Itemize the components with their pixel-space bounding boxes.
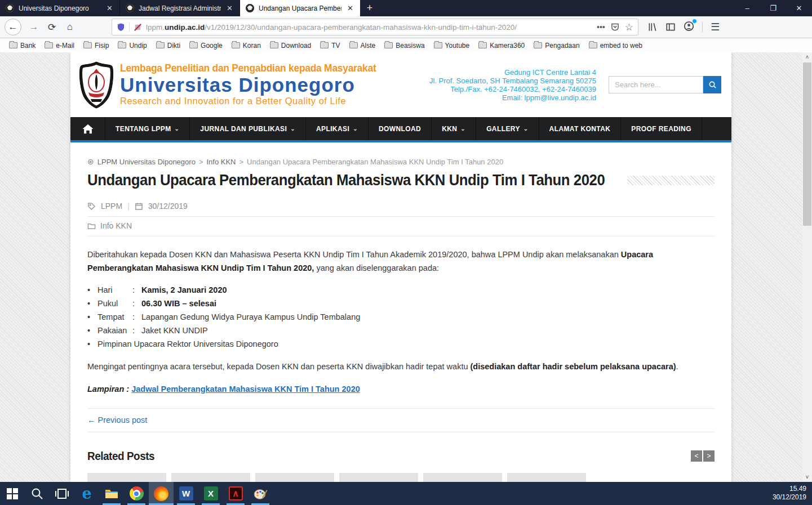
post-meta: LPPM | 30/12/2019 bbox=[87, 202, 715, 217]
folder-icon bbox=[589, 42, 597, 48]
bookmark-fisip[interactable]: Fisip bbox=[80, 41, 112, 51]
tab-close-icon[interactable]: ✕ bbox=[225, 4, 234, 12]
sidebar-icon[interactable] bbox=[665, 22, 676, 32]
bookmark-bank[interactable]: Bank bbox=[6, 41, 39, 51]
nav-item-proof-reading[interactable]: PROOF READING bbox=[621, 117, 702, 140]
bookmark-star-icon[interactable]: ☆ bbox=[625, 21, 633, 33]
file-explorer-icon[interactable] bbox=[99, 482, 124, 505]
bookmark-pengadaan[interactable]: Pengadaan bbox=[530, 41, 583, 51]
attachment-label: Lampiran : bbox=[87, 385, 129, 394]
url-text[interactable]: lppm.undip.ac.id/v1/2019/12/30/undangan-… bbox=[146, 23, 593, 32]
related-next-button[interactable]: > bbox=[703, 450, 715, 462]
tab-close-icon[interactable]: ✕ bbox=[105, 4, 114, 12]
library-icon[interactable] bbox=[647, 22, 658, 32]
reload-button[interactable]: ⟳ bbox=[43, 18, 61, 36]
scroll-down-arrow[interactable]: ˅ bbox=[806, 472, 809, 482]
previous-post-link[interactable]: ← Previous post bbox=[87, 415, 147, 424]
event-detail-item: •Hari:Kamis, 2 Januari 2020 bbox=[87, 283, 715, 297]
post-category-link[interactable]: Info KKN bbox=[100, 221, 132, 230]
firefox-icon[interactable] bbox=[149, 482, 174, 505]
nav-item-aplikasi[interactable]: APLIKASI⌄ bbox=[306, 117, 369, 140]
taskbar-clock[interactable]: 15.49 30/12/2019 bbox=[773, 482, 812, 505]
related-post-thumbnail[interactable] bbox=[87, 473, 166, 482]
folder-icon bbox=[118, 42, 126, 48]
edge-icon[interactable]: e bbox=[74, 482, 99, 505]
account-icon[interactable] bbox=[684, 21, 694, 34]
chevron-down-icon: ⌄ bbox=[353, 126, 358, 132]
window-restore-button[interactable]: ❐ bbox=[760, 0, 786, 16]
chrome-icon[interactable] bbox=[124, 482, 149, 505]
breadcrumb-home-icon: ⊛ bbox=[87, 157, 94, 166]
attachment-link[interactable]: Jadwal Pemberangkatan Mahasiswa KKN Tim … bbox=[131, 385, 360, 394]
post-author[interactable]: LPPM bbox=[101, 202, 122, 211]
page-scrollbar[interactable]: ˄ ˅ bbox=[802, 52, 812, 482]
start-button[interactable] bbox=[0, 482, 25, 505]
bookmark-undip[interactable]: Undip bbox=[114, 41, 150, 51]
bookmark-e-mail[interactable]: e-Mail bbox=[41, 41, 78, 51]
related-prev-button[interactable]: < bbox=[691, 450, 702, 462]
bookmark-youtube[interactable]: Youtube bbox=[431, 41, 473, 51]
site-tagline-top: Lembaga Penelitian dan Pengabdian kepada… bbox=[120, 63, 376, 73]
bookmark-kamera360[interactable]: Kamera360 bbox=[475, 41, 528, 51]
event-detail-list: •Hari:Kamis, 2 Januari 2020•Pukul:06.30 … bbox=[87, 283, 715, 351]
bookmark-dikti[interactable]: Dikti bbox=[153, 41, 184, 51]
nav-item-alamat-kontak[interactable]: ALAMAT KONTAK bbox=[539, 117, 622, 140]
breadcrumb-category-link[interactable]: Info KKN bbox=[206, 158, 236, 166]
nav-item-tentang-lppm[interactable]: TENTANG LPPM⌄ bbox=[105, 117, 190, 140]
new-tab-button[interactable]: + bbox=[360, 0, 379, 16]
tab-favicon bbox=[246, 4, 254, 12]
window-minimize-button[interactable]: – bbox=[734, 0, 760, 16]
forward-button[interactable]: → bbox=[25, 18, 43, 36]
window-close-button[interactable]: ✕ bbox=[786, 0, 812, 16]
word-icon[interactable]: W bbox=[174, 482, 198, 505]
webpage: Lembaga Penelitian dan Pengabdian kepada… bbox=[70, 52, 731, 482]
site-title: Universitas Diponegoro bbox=[120, 75, 376, 96]
nav-item-download[interactable]: DOWNLOAD bbox=[369, 117, 432, 140]
bookmark-tv[interactable]: TV bbox=[317, 41, 343, 51]
tab-close-icon[interactable]: ✕ bbox=[346, 4, 354, 12]
bookmark-label: Google bbox=[201, 42, 223, 50]
scroll-up-arrow[interactable]: ˄ bbox=[806, 52, 809, 62]
browser-tab-1[interactable]: Jadwal Registrasi Administratif✕ bbox=[120, 0, 240, 16]
folder-icon bbox=[9, 42, 17, 48]
scrollbar-thumb[interactable] bbox=[803, 62, 811, 226]
related-post-thumbnail[interactable] bbox=[423, 473, 502, 482]
paint-icon[interactable] bbox=[248, 482, 273, 505]
related-post-thumbnail[interactable] bbox=[171, 473, 250, 482]
nav-home-icon[interactable] bbox=[70, 117, 105, 140]
title-hatch-decoration bbox=[627, 176, 715, 185]
breadcrumb-home-link[interactable]: LPPM Universitas Diponegoro bbox=[97, 158, 196, 166]
bookmark-alste[interactable]: Alste bbox=[346, 41, 379, 51]
bookmark-beasiswa[interactable]: Beasiswa bbox=[381, 41, 428, 51]
taskbar-search-icon[interactable] bbox=[25, 482, 50, 505]
blocked-extension-icon[interactable] bbox=[134, 23, 142, 32]
url-bar[interactable]: lppm.undip.ac.id/v1/2019/12/30/undangan-… bbox=[112, 19, 638, 35]
nav-item-jurnal-dan-publikasi[interactable]: JURNAL DAN PUBLIKASI⌄ bbox=[190, 117, 306, 140]
tracking-protection-shield-icon[interactable] bbox=[117, 23, 125, 32]
back-button[interactable]: ← bbox=[5, 19, 21, 35]
task-view-icon[interactable] bbox=[50, 482, 74, 505]
site-search-button[interactable] bbox=[703, 76, 721, 93]
site-search-input[interactable] bbox=[609, 76, 703, 93]
nav-item-kkn[interactable]: KKN⌄ bbox=[432, 117, 476, 140]
bookmark-embed-to-web[interactable]: embed to web bbox=[585, 41, 646, 51]
bookmark-google[interactable]: Google bbox=[186, 41, 226, 51]
acrobat-icon[interactable]: ∧ bbox=[223, 482, 248, 505]
menu-hamburger-icon[interactable]: ☰ bbox=[711, 21, 720, 33]
browser-tab-2[interactable]: Undangan Upacara Pemberang✕ bbox=[240, 0, 360, 16]
pocket-icon[interactable] bbox=[611, 23, 619, 32]
home-button[interactable]: ⌂ bbox=[61, 18, 79, 36]
contact-line: Telp./Fax. +62-24-7460032, +62-24-746003… bbox=[429, 85, 596, 93]
nav-item-gallery[interactable]: GALLERY⌄ bbox=[476, 117, 539, 140]
bookmark-label: Alste bbox=[361, 42, 376, 50]
related-post-thumbnail[interactable] bbox=[507, 473, 586, 482]
bookmark-koran[interactable]: Koran bbox=[228, 41, 264, 51]
page-actions-icon[interactable]: ••• bbox=[597, 23, 605, 32]
bookmark-download[interactable]: Download bbox=[267, 41, 314, 51]
related-post-thumbnail[interactable] bbox=[339, 473, 418, 482]
bookmark-label: Fisip bbox=[95, 42, 109, 50]
browser-tab-0[interactable]: Universitas Diponegoro✕ bbox=[0, 0, 120, 16]
contact-info: Gedung ICT Centre Lantai 4Jl. Prof. Soed… bbox=[429, 68, 596, 102]
excel-icon[interactable]: X bbox=[198, 482, 223, 505]
related-post-thumbnail[interactable] bbox=[255, 473, 334, 482]
